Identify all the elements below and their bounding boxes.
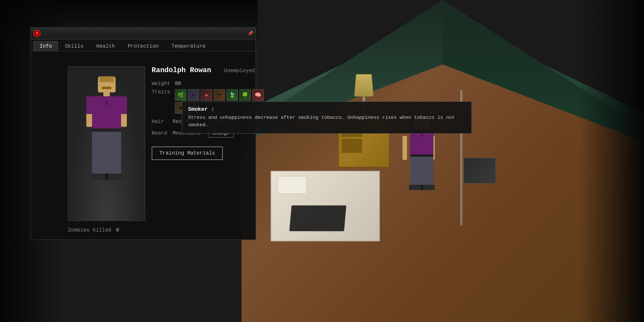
tab-bar: Info Skills Health Protection Temperatur… [31,39,256,52]
tab-skills[interactable]: Skills [59,41,90,51]
lamp-shade [354,74,374,97]
tooltip-description: Stress and unhappiness decrease after sm… [188,114,466,129]
beard-label: Beard [152,130,169,136]
portrait-arm-left [86,96,92,128]
bed-clothing-item [289,205,346,231]
portrait-belt [92,128,121,132]
nightstand [464,158,496,184]
character-name: Randolph Rowan [152,66,211,74]
zombies-killed-row: Zombies Killed 0 [68,227,119,233]
hair-label: Hair [152,119,169,125]
portrait-leg-left [92,132,106,174]
trait-icon-clover[interactable]: 🍀 [239,89,251,101]
zombies-killed-label: Zombies Killed [68,227,111,233]
bed-frame [270,171,380,242]
tab-health[interactable]: Health [90,41,121,51]
tab-protection[interactable]: Protection [122,41,165,51]
bed [270,171,380,242]
weight-row: Weight 80 [152,81,280,87]
panel-titlebar: × 📌 [31,28,256,39]
training-materials-button[interactable]: Training Materials [152,147,223,160]
portrait-character [68,67,145,221]
traits-label: Traits [152,89,171,95]
trait-icon-brain[interactable]: 🧠 [252,89,264,101]
character-name-line: Randolph Rowan Unemployed [152,66,280,74]
weight-value: 80 [175,81,181,87]
tab-info[interactable]: Info [33,41,58,51]
close-button[interactable]: × [33,30,41,37]
zombies-killed-count: 0 [116,227,119,233]
trait-icon-green-leaves[interactable]: 🌿 [175,89,186,101]
trait-tooltip: Smoker : Stress and unhappiness decrease… [182,101,472,134]
tab-temperature[interactable]: Temperature [166,41,212,51]
character-job: Unemployed [224,68,255,74]
trait-icon-white-rect[interactable]: ▭ [188,89,199,101]
portrait-shoe-left [90,174,105,180]
bed-pillow [278,176,307,194]
tooltip-title: Smoker : [188,106,466,112]
portrait-leg-right [107,132,121,174]
pin-button[interactable]: 📌 [247,31,253,36]
trait-icon-stomach[interactable]: 〜 [213,89,225,101]
weight-label: Weight [152,81,171,87]
dark-vignette-right [580,0,644,322]
portrait-pants [92,132,121,174]
trait-icon-leaf[interactable]: 🍃 [226,89,238,101]
portrait-mustache [102,87,111,89]
portrait-neck [103,92,110,96]
portrait-shoes [90,174,123,180]
character-portrait [68,66,145,221]
character-info-panel: × 📌 Info Skills Health Protection Temper… [31,27,256,240]
portrait-shoe-right [108,174,123,180]
portrait-torso [92,96,121,128]
portrait-head [98,76,116,92]
portrait-arms [86,96,127,128]
portrait-hair [99,76,114,82]
trait-icon-red-cross[interactable]: ✚ [201,89,212,101]
portrait-arm-right [121,96,127,128]
